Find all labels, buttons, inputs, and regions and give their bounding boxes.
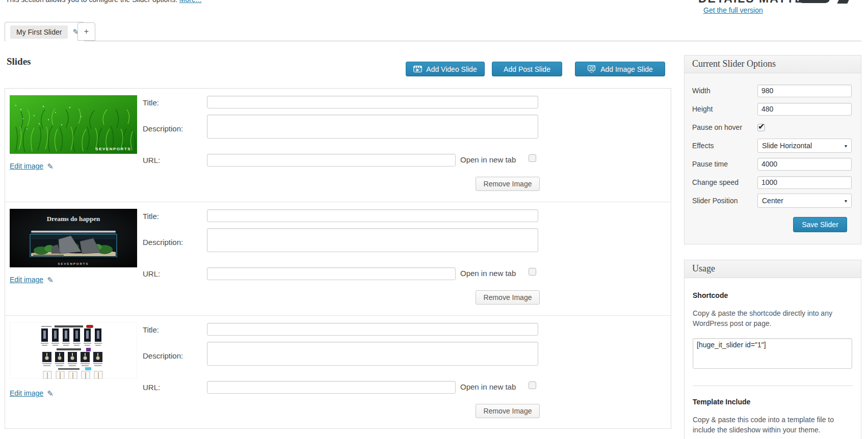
thumb1-watermark: SEVENPORTS bbox=[95, 147, 131, 151]
thumb2-watermark: SEVENPORTS bbox=[58, 262, 89, 265]
description-label: Description: bbox=[143, 236, 183, 249]
description-textarea[interactable] bbox=[207, 115, 538, 139]
width-label: Width bbox=[692, 87, 757, 95]
edit-image-pencil-icon[interactable]: ✎ bbox=[47, 390, 54, 397]
height-input[interactable] bbox=[757, 103, 852, 116]
intro-sentence: This section allows you to configure the… bbox=[6, 0, 177, 4]
pause-on-hover-label: Pause on hover bbox=[692, 123, 757, 131]
slide-thumbnail-aquarium: Dreams do happen SEVENPORTS bbox=[10, 209, 137, 267]
edit-image-link[interactable]: Edit image bbox=[10, 162, 43, 170]
chevron-down-icon: ▾ bbox=[845, 143, 847, 149]
title-input[interactable] bbox=[207, 96, 538, 108]
thumb2-caption: Dreams do happen bbox=[47, 215, 100, 223]
slider-position-label: Slider Position bbox=[692, 197, 757, 205]
logo-slash-shape bbox=[837, 0, 852, 4]
open-new-tab-label: Open in new tab bbox=[460, 269, 516, 278]
chevron-down-icon: ▾ bbox=[845, 198, 847, 204]
edit-image-pencil-icon[interactable]: ✎ bbox=[47, 276, 54, 284]
url-input[interactable] bbox=[207, 381, 456, 394]
title-input[interactable] bbox=[207, 209, 538, 222]
slider-position-selected-value: Center bbox=[762, 197, 783, 205]
slide-thumbnail-green-plants: SEVENPORTS bbox=[10, 95, 137, 154]
remove-image-button[interactable]: Remove Image bbox=[476, 404, 540, 418]
add-post-slide-label: Add Post Slide bbox=[504, 65, 550, 73]
save-slider-button[interactable]: Save Slider bbox=[793, 217, 847, 232]
edit-image-link[interactable]: Edit image bbox=[10, 389, 43, 397]
get-full-version-link[interactable]: Get the full version bbox=[703, 6, 763, 14]
url-input[interactable] bbox=[207, 154, 456, 167]
open-new-tab-checkbox[interactable] bbox=[529, 154, 536, 162]
slide-row-3: Edit image ✎ Title: Description: URL: Op… bbox=[5, 316, 671, 429]
url-label: URL: bbox=[143, 154, 160, 167]
current-slider-options-panel: Current Slider Options Width Height Paus… bbox=[684, 55, 861, 244]
url-input[interactable] bbox=[207, 267, 456, 280]
pause-time-input[interactable] bbox=[757, 158, 852, 171]
slides-heading: Slides bbox=[7, 56, 31, 67]
slide-row-1: SEVENPORTS Edit image ✎ Title: Descripti… bbox=[5, 89, 671, 202]
slider-position-select[interactable]: Center ▾ bbox=[757, 194, 852, 208]
template-include-description: Copy & paste this code into a template f… bbox=[693, 415, 852, 435]
pause-on-hover-checkbox[interactable] bbox=[757, 124, 765, 131]
shortcode-heading: Shortcode bbox=[693, 291, 853, 299]
shortcode-description: Copy & paste the shortcode directly into… bbox=[693, 308, 852, 329]
description-label: Description: bbox=[143, 122, 183, 135]
add-image-slide-label: Add Image Slide bbox=[600, 65, 653, 73]
effects-selected-value: Slide Horizontal bbox=[762, 142, 812, 150]
add-video-slide-button[interactable]: Add Video Slide bbox=[406, 62, 485, 76]
logo-badge-shape bbox=[798, 0, 830, 3]
change-speed-input[interactable] bbox=[757, 176, 852, 189]
add-image-slide-button[interactable]: Add Image Slide bbox=[575, 62, 665, 76]
tab-label: My First Slider bbox=[10, 25, 68, 39]
edit-image-link[interactable]: Edit image bbox=[10, 276, 43, 284]
slides-list: SEVENPORTS Edit image ✎ Title: Descripti… bbox=[5, 88, 671, 429]
open-new-tab-checkbox[interactable] bbox=[529, 381, 536, 389]
title-label: Title: bbox=[143, 210, 159, 223]
remove-image-button[interactable]: Remove Image bbox=[476, 290, 540, 305]
change-speed-label: Change speed bbox=[692, 178, 757, 186]
width-input[interactable] bbox=[757, 85, 852, 97]
usage-panel: Usage Shortcode Copy & paste the shortco… bbox=[684, 260, 861, 439]
video-film-icon bbox=[413, 66, 422, 72]
description-textarea[interactable] bbox=[207, 342, 538, 366]
remove-image-button[interactable]: Remove Image bbox=[476, 177, 540, 191]
usage-divider bbox=[693, 386, 853, 386]
pause-time-label: Pause time bbox=[692, 160, 757, 168]
title-label: Title: bbox=[143, 323, 159, 336]
title-input[interactable] bbox=[207, 323, 538, 336]
more-link[interactable]: More... bbox=[179, 0, 202, 4]
intro-text: This section allows you to configure the… bbox=[6, 0, 201, 4]
description-label: Description: bbox=[143, 349, 183, 362]
slide-thumbnail-product-catalog bbox=[10, 322, 137, 381]
height-label: Height bbox=[692, 105, 757, 113]
description-textarea[interactable] bbox=[207, 228, 538, 252]
add-post-slide-button[interactable]: Add Post Slide bbox=[492, 62, 562, 76]
add-video-slide-label: Add Video Slide bbox=[426, 65, 477, 73]
url-label: URL: bbox=[143, 267, 160, 280]
effects-select[interactable]: Slide Horizontal ▾ bbox=[757, 139, 852, 153]
details-matter-logo: DETAILS MATTER bbox=[698, 0, 813, 6]
slide-row-2: Dreams do happen SEVENPORTS Edit i bbox=[5, 202, 671, 316]
image-camera-icon bbox=[587, 65, 596, 73]
usage-panel-title: Usage bbox=[685, 260, 861, 278]
title-label: Title: bbox=[143, 96, 159, 109]
url-label: URL: bbox=[143, 381, 160, 394]
options-panel-title: Current Slider Options bbox=[685, 56, 861, 73]
shortcode-textarea[interactable]: [huge_it_slider id="1"] bbox=[693, 338, 852, 369]
open-new-tab-checkbox[interactable] bbox=[529, 268, 536, 276]
tabs-bottom-border bbox=[5, 41, 861, 41]
open-new-tab-label: Open in new tab bbox=[460, 155, 516, 164]
template-include-heading: Template Include bbox=[693, 398, 853, 406]
edit-image-pencil-icon[interactable]: ✎ bbox=[47, 162, 54, 170]
open-new-tab-label: Open in new tab bbox=[460, 382, 516, 391]
add-slider-tab[interactable]: + bbox=[77, 22, 95, 41]
tab-my-first-slider[interactable]: My First Slider ✎ bbox=[5, 22, 85, 41]
effects-label: Effects bbox=[692, 142, 757, 150]
